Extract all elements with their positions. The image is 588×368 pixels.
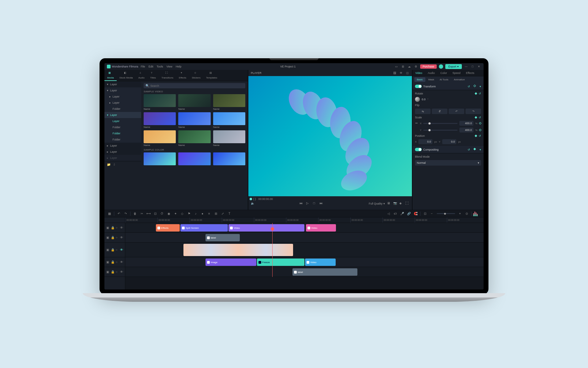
keyframe-icon[interactable] [473, 148, 476, 150]
menu-help[interactable]: Help [176, 65, 182, 68]
reset-icon[interactable]: ↺ [468, 85, 470, 88]
ribbon-effects[interactable]: ✦Effects [176, 70, 189, 81]
mute-icon[interactable]: ○ [116, 236, 119, 239]
marker-icon[interactable]: ⚑ [186, 211, 192, 217]
zoom-out-icon[interactable]: − [429, 211, 435, 217]
play-icon[interactable]: ▷ [306, 201, 310, 205]
ribbon-titles[interactable]: TTitles [147, 70, 159, 81]
track-toggle-icon[interactable]: ▣ [106, 270, 109, 274]
tree-item[interactable]: Folder [104, 124, 141, 130]
expand-icon[interactable]: ⤢ [220, 211, 226, 217]
maximize-icon[interactable]: □ [470, 64, 475, 69]
tab-speed[interactable]: Speed [450, 70, 463, 76]
media-thumb[interactable] [144, 152, 176, 165]
media-thumb[interactable]: Name [144, 112, 176, 128]
track-4[interactable]: Image Freeze Video [125, 257, 484, 267]
keyframe-icon[interactable]: ◇ [179, 211, 185, 217]
timeline-ruler[interactable]: 00:00:00:0000:00:00:0000:00:00:0000:00:0… [125, 217, 484, 223]
search-input[interactable] [150, 84, 243, 87]
tree-item[interactable]: ▸ Layer [104, 149, 141, 155]
tab-effects[interactable]: Effects [463, 70, 477, 76]
clip-freeze[interactable]: Freeze [257, 259, 304, 266]
media-thumb[interactable]: Name [213, 112, 245, 128]
eye-icon[interactable]: 👁 [120, 236, 123, 239]
reset-icon[interactable]: ↺ [479, 92, 481, 95]
cut-icon[interactable]: ⟷ [145, 211, 152, 217]
menu-edit[interactable]: Edit [149, 65, 153, 68]
link-icon[interactable]: ⫘ [415, 121, 418, 125]
fullscreen-icon[interactable]: ⛶ [405, 201, 409, 205]
ai-icon[interactable]: ✦ [172, 211, 179, 217]
keyframe-add-icon[interactable] [473, 84, 476, 87]
section-compositing[interactable]: Compositing ↺ ▾ [413, 146, 484, 153]
scale-y-input[interactable] [459, 128, 473, 132]
record-icon[interactable]: ● [199, 211, 205, 217]
tab-color[interactable]: Color [438, 70, 450, 76]
menu-file[interactable]: File [141, 65, 145, 68]
eye-icon[interactable]: 👁 [120, 260, 123, 264]
link-tl-icon[interactable]: 🔗 [406, 211, 412, 217]
pos-y-input[interactable] [442, 139, 456, 144]
tree-item[interactable]: ▾ Layer [104, 81, 141, 87]
tree-item[interactable]: ▾ Layer [104, 87, 141, 94]
zoom-in-icon[interactable]: + [457, 211, 463, 217]
mic-icon[interactable]: 🎤 [399, 211, 405, 217]
keyframe-add-icon[interactable] [479, 129, 481, 131]
menu-tools[interactable]: Tools [156, 65, 163, 68]
eye-icon[interactable]: 👁 [120, 226, 123, 229]
keyframe-icon[interactable] [475, 135, 477, 137]
tree-item[interactable]: ▸ Layer [104, 143, 141, 149]
lock-icon[interactable]: 🔒 [111, 226, 114, 229]
lock-icon[interactable]: 🔒 [111, 270, 114, 274]
track-1[interactable]: Effects Split Screen Video Video [125, 223, 484, 233]
clip-video[interactable]: Video [228, 224, 304, 232]
mute-icon[interactable]: ○ [116, 248, 119, 251]
lock-icon[interactable]: 🔒 [111, 260, 114, 264]
ribbon-stickers[interactable]: ☺Stickers [189, 70, 203, 81]
delete-icon[interactable]: 🗑 [132, 211, 138, 217]
chevron-down-icon[interactable]: ▾ [480, 148, 481, 151]
tree-item[interactable]: ▾ Layer [104, 112, 141, 118]
mute-icon[interactable]: ○ [116, 270, 119, 274]
media-thumb[interactable]: Name [144, 94, 176, 110]
quality-select[interactable]: Full Quality▾ [369, 202, 385, 205]
export-button[interactable]: Export▾ [445, 64, 462, 69]
next-frame-icon[interactable]: ⏭ [320, 201, 324, 205]
reset-icon[interactable]: ↺ [468, 148, 470, 151]
clip-effects[interactable]: Effects [156, 224, 180, 232]
media-thumb[interactable]: Name [213, 130, 245, 147]
media-thumb[interactable]: Name [213, 94, 245, 110]
track-toggle-icon[interactable]: ▣ [106, 260, 109, 264]
speed-icon[interactable]: ⏱ [159, 211, 165, 217]
preview-icon[interactable]: 👁 [399, 71, 403, 75]
redo-icon[interactable]: ↷ [123, 211, 129, 217]
rotate-dial[interactable] [415, 97, 420, 102]
avatar[interactable] [439, 64, 443, 69]
purchase-button[interactable]: Purchase [420, 64, 437, 69]
reset-icon[interactable]: ↺ [479, 134, 481, 137]
split-icon[interactable]: ✂ [139, 211, 145, 217]
tree-item[interactable]: Layer [104, 118, 141, 124]
compare-icon[interactable]: ◫ [405, 71, 409, 75]
clip-thumbnails[interactable] [183, 244, 293, 256]
compositing-toggle[interactable] [415, 148, 422, 151]
track-toggle-icon[interactable]: ▣ [106, 248, 109, 251]
subtab-animation[interactable]: Animation [451, 77, 467, 82]
media-thumb[interactable]: Name [178, 112, 210, 128]
crop-icon[interactable]: ⊡ [152, 211, 158, 217]
tree-item[interactable]: Folder [104, 130, 141, 136]
track-toggle-icon[interactable]: ▣ [106, 226, 109, 229]
keyframe-icon[interactable] [475, 92, 477, 95]
marker-tl-icon[interactable]: 🏷 [392, 211, 398, 217]
mute-icon[interactable]: ○ [116, 226, 119, 229]
ribbon-templates[interactable]: ▤Templates [203, 70, 220, 81]
minimize-icon[interactable]: — [464, 64, 468, 69]
reset-icon[interactable]: ↺ [479, 116, 481, 119]
search-field[interactable]: 🔍 [144, 83, 245, 88]
playhead[interactable] [272, 223, 273, 277]
keyframe-add-icon[interactable] [479, 122, 481, 125]
subtab-ai[interactable]: AI Tools [437, 77, 451, 82]
eye-icon[interactable]: 👁 [120, 248, 123, 251]
media-thumb[interactable] [213, 152, 245, 165]
tree-item[interactable]: Folder [104, 106, 141, 112]
